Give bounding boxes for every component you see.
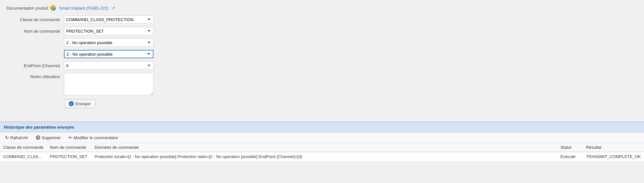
endpoint-select[interactable]: 0 [64, 61, 153, 70]
table-header-row: Classe de commande Nom de commande Donné… [0, 143, 644, 152]
history-section: Historique des paramètres envoyés ↻ Rafr… [0, 122, 644, 161]
doc-product-row: Documentation produit Smart Implant (FGB… [6, 5, 638, 11]
history-toolbar: ↻ Rafraîchir ✕ Supprimer ✏ Modifier le c… [0, 132, 644, 143]
delete-icon: ✕ [36, 135, 40, 140]
history-table: Classe de commande Nom de commande Donné… [0, 143, 644, 161]
cell-classe: COMMAND_CLAS... [0, 152, 47, 161]
nom-commande-select[interactable]: PROTECTION_SET [64, 27, 153, 35]
nom-commande-label: Nom de commande [6, 29, 64, 34]
cell-nom: PROTECTION_SET [47, 152, 91, 161]
history-header: Historique des paramètres envoyés [0, 122, 644, 132]
send-icon: ✓ [69, 101, 74, 106]
cell-resultat: TRANSMIT_COMPLETE_OK [583, 152, 644, 161]
send-button[interactable]: ✓ Envoyer [64, 99, 96, 108]
dropdown2-row: 2 - No operation possible [64, 50, 638, 58]
send-button-label: Envoyer [75, 101, 91, 106]
classe-commande-row: Classe de commande COMMAND_CLASS_PROTECT… [6, 15, 638, 24]
delete-button[interactable]: ✕ Supprimer [35, 135, 62, 141]
cell-donnees: Protection locale=[2 - No operation poss… [91, 152, 557, 161]
external-link-icon: ↗ [112, 6, 115, 10]
send-button-row: ✓ Envoyer [64, 99, 638, 108]
endpoint-row: EndPoint (Channel) 0 [6, 61, 638, 70]
col-header-classe: Classe de commande [0, 143, 47, 152]
dropdown1-row: 2 - No operation possible [64, 38, 638, 47]
endpoint-label: EndPoint (Channel) [6, 63, 64, 68]
notes-textarea[interactable] [64, 73, 153, 95]
nom-commande-row: Nom de commande PROTECTION_SET [6, 27, 638, 35]
col-header-donnees: Données de commande [91, 143, 557, 152]
doc-label: Documentation produit [6, 6, 48, 11]
dropdown2-select[interactable]: 2 - No operation possible [64, 50, 153, 58]
table-row: COMMAND_CLAS... PROTECTION_SET Protectio… [0, 152, 644, 161]
col-header-statut: Statut [557, 143, 583, 152]
col-header-nom: Nom de commande [47, 143, 91, 152]
refresh-label: Rafraîchir [10, 135, 28, 140]
doc-icon [50, 5, 56, 11]
edit-button[interactable]: ✏ Modifier le commentaire [67, 134, 119, 141]
classe-commande-label: Classe de commande [6, 17, 64, 22]
edit-label: Modifier le commentaire [74, 135, 118, 140]
doc-link[interactable]: Smart Implant (FGBS-222) [59, 6, 109, 11]
notes-label: Notes utilisateur [6, 74, 64, 79]
refresh-icon: ↻ [5, 135, 9, 140]
col-header-resultat: Résultat [583, 143, 644, 152]
cell-statut: Exécuté [557, 152, 583, 161]
refresh-button[interactable]: ↻ Rafraîchir [4, 134, 29, 141]
delete-label: Supprimer [42, 135, 61, 140]
dropdown1-select[interactable]: 2 - No operation possible [64, 38, 153, 47]
classe-commande-select[interactable]: COMMAND_CLASS_PROTECTION [64, 15, 153, 24]
edit-icon: ✏ [68, 135, 72, 140]
notes-row: Notes utilisateur [6, 73, 638, 95]
